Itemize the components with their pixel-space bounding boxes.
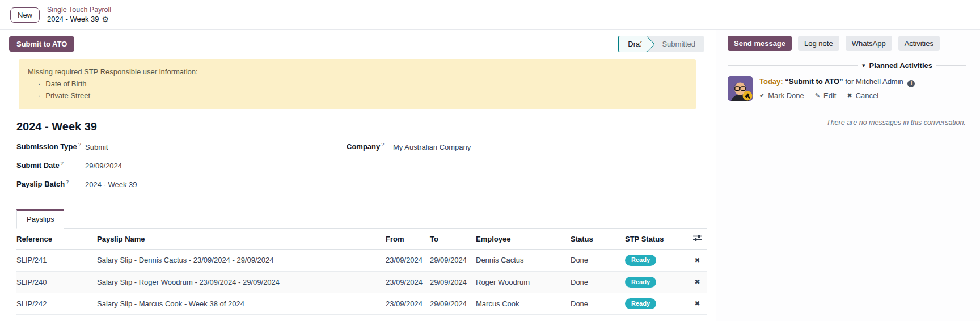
cell-from[interactable]: 23/09/2024 xyxy=(386,293,430,314)
cell-employee[interactable]: Marcus Cook xyxy=(476,293,571,314)
gear-icon[interactable]: ⚙ xyxy=(102,15,109,23)
notebook: Payslips Reference Payslip Name From To xyxy=(16,209,707,321)
whatsapp-button[interactable]: WhatsApp xyxy=(846,36,892,51)
statusbar: Draft Submitted xyxy=(618,36,704,52)
field-label: Payslip Batch xyxy=(16,180,65,189)
column-from[interactable]: From xyxy=(386,229,430,250)
submit-date-value[interactable]: 29/09/2024 xyxy=(85,162,122,170)
avatar[interactable] xyxy=(728,76,753,101)
planned-activities-toggle[interactable]: ▾ Planned Activities xyxy=(728,61,966,70)
field-label: Submission Type xyxy=(16,143,77,151)
edit-activity-button[interactable]: ✎ Edit xyxy=(815,91,837,100)
warning-item: · Private Street xyxy=(28,90,687,102)
help-marker-icon[interactable]: ? xyxy=(78,142,81,147)
field-submission-type: Submission Type? Submit xyxy=(16,142,347,153)
delete-row-icon[interactable]: ✖ xyxy=(688,271,707,293)
field-company: Company? My Australian Company xyxy=(347,142,707,153)
field-group: Submission Type? Submit Submit Date? 29/… xyxy=(16,142,707,198)
tab-payslips[interactable]: Payslips xyxy=(16,209,64,229)
form-header: Submit to ATO Draft Submitted xyxy=(0,30,716,57)
check-icon: ✔ xyxy=(759,92,764,99)
cell-reference[interactable]: SLIP/241 xyxy=(16,250,97,271)
submit-to-ato-button[interactable]: Submit to ATO xyxy=(9,36,74,52)
send-message-button[interactable]: Send message xyxy=(728,36,792,51)
breadcrumb: Single Touch Payroll 2024 - Week 39 ⚙ xyxy=(47,5,111,24)
company-value[interactable]: My Australian Company xyxy=(393,143,471,151)
cell-payslip-name[interactable]: Salary Slip - Dennis Cactus - 23/09/2024… xyxy=(97,250,386,271)
caret-down-icon: ▾ xyxy=(862,62,865,69)
cell-from[interactable]: 23/09/2024 xyxy=(386,250,430,271)
cell-employee[interactable]: Dennis Cactus xyxy=(476,250,571,271)
warning-title: Missing required STP Responsible user in… xyxy=(28,66,687,78)
status-draft-label: Draft xyxy=(628,40,644,48)
status-submitted[interactable]: Submitted xyxy=(647,36,704,52)
warning-item-text: Date of Birth xyxy=(45,78,86,90)
log-note-button[interactable]: Log note xyxy=(798,36,839,51)
planned-activities-label: Planned Activities xyxy=(869,61,933,70)
cell-employee[interactable]: Roger Woodrum xyxy=(476,271,571,293)
column-stp-status[interactable]: STP Status xyxy=(625,229,688,250)
warning-item: · Date of Birth xyxy=(28,78,687,90)
cell-to[interactable]: 29/09/2024 xyxy=(430,250,476,271)
column-payslip-name[interactable]: Payslip Name xyxy=(97,229,386,250)
status-draft[interactable]: Draft xyxy=(618,36,647,52)
new-button[interactable]: New xyxy=(10,7,40,23)
stp-status-badge: Ready xyxy=(625,255,656,265)
activity-assignee: for Mitchell Admin xyxy=(845,77,903,86)
cell-payslip-name[interactable]: Salary Slip - Roger Woodrum - 23/09/2024… xyxy=(97,271,386,293)
column-to[interactable]: To xyxy=(430,229,476,250)
stp-status-badge: Ready xyxy=(625,277,656,288)
cell-status[interactable]: Done xyxy=(571,250,625,271)
cancel-icon: ✖ xyxy=(847,92,852,99)
table-row[interactable]: SLIP/242 Salary Slip - Marcus Cook - Wee… xyxy=(16,293,707,314)
status-submitted-label: Submitted xyxy=(662,39,695,49)
column-status[interactable]: Status xyxy=(571,229,625,250)
cell-to[interactable]: 29/09/2024 xyxy=(430,293,476,314)
column-employee[interactable]: Employee xyxy=(476,229,571,250)
chatter-panel: Send message Log note WhatsApp Activitie… xyxy=(716,30,980,321)
help-marker-icon[interactable]: ? xyxy=(66,179,69,185)
info-icon[interactable]: i xyxy=(907,80,915,87)
tab-bar: Payslips xyxy=(16,209,707,229)
help-marker-icon[interactable]: ? xyxy=(61,160,64,166)
activity-item: Today: “Submit to ATO” for Mitchell Admi… xyxy=(728,76,966,101)
help-marker-icon[interactable]: ? xyxy=(381,142,384,147)
column-reference[interactable]: Reference xyxy=(16,229,97,250)
activities-button[interactable]: Activities xyxy=(898,36,940,51)
payslip-batch-value[interactable]: 2024 - Week 39 xyxy=(85,180,137,189)
divider xyxy=(728,65,858,66)
delete-row-icon[interactable]: ✖ xyxy=(688,293,707,314)
mark-done-button[interactable]: ✔ Mark Done xyxy=(759,91,804,100)
bullet-icon: · xyxy=(38,90,40,102)
field-submit-date: Submit Date? 29/09/2024 xyxy=(16,160,347,172)
no-messages-text: There are no messages in this conversati… xyxy=(728,119,966,126)
cell-status[interactable]: Done xyxy=(571,293,625,314)
pencil-icon: ✎ xyxy=(815,92,820,99)
submission-type-value[interactable]: Submit xyxy=(85,143,108,151)
breadcrumb-record-name: 2024 - Week 39 xyxy=(47,15,99,24)
cancel-activity-button[interactable]: ✖ Cancel xyxy=(847,91,878,100)
main-content: Submit to ATO Draft Submitted Missing re… xyxy=(0,30,980,321)
table-row[interactable]: SLIP/241 Salary Slip - Dennis Cactus - 2… xyxy=(16,250,707,271)
warning-item-text: Private Street xyxy=(45,90,90,102)
cell-payslip-name[interactable]: Salary Slip - Marcus Cook - Week 38 of 2… xyxy=(97,293,386,314)
edit-label: Edit xyxy=(823,91,836,100)
warning-banner: Missing required STP Responsible user in… xyxy=(19,59,696,109)
form-view: Submit to ATO Draft Submitted Missing re… xyxy=(0,30,716,321)
optional-columns-icon[interactable] xyxy=(688,229,707,250)
cell-status[interactable]: Done xyxy=(571,271,625,293)
cell-reference[interactable]: SLIP/242 xyxy=(16,293,97,314)
stp-status-badge: Ready xyxy=(625,298,656,309)
cell-reference[interactable]: SLIP/240 xyxy=(16,271,97,293)
table-row[interactable]: SLIP/240 Salary Slip - Roger Woodrum - 2… xyxy=(16,271,707,293)
breadcrumb-bar: New Single Touch Payroll 2024 - Week 39 … xyxy=(0,0,980,30)
cell-from[interactable]: 23/09/2024 xyxy=(386,271,430,293)
field-payslip-batch: Payslip Batch? 2024 - Week 39 xyxy=(16,179,347,191)
bullet-icon: · xyxy=(38,78,40,90)
mark-done-label: Mark Done xyxy=(768,91,804,100)
breadcrumb-app-link[interactable]: Single Touch Payroll xyxy=(47,5,111,14)
delete-row-icon[interactable]: ✖ xyxy=(688,250,707,271)
cell-to[interactable]: 29/09/2024 xyxy=(430,271,476,293)
divider xyxy=(936,65,966,66)
payslips-table: Reference Payslip Name From To Employee … xyxy=(16,229,707,321)
